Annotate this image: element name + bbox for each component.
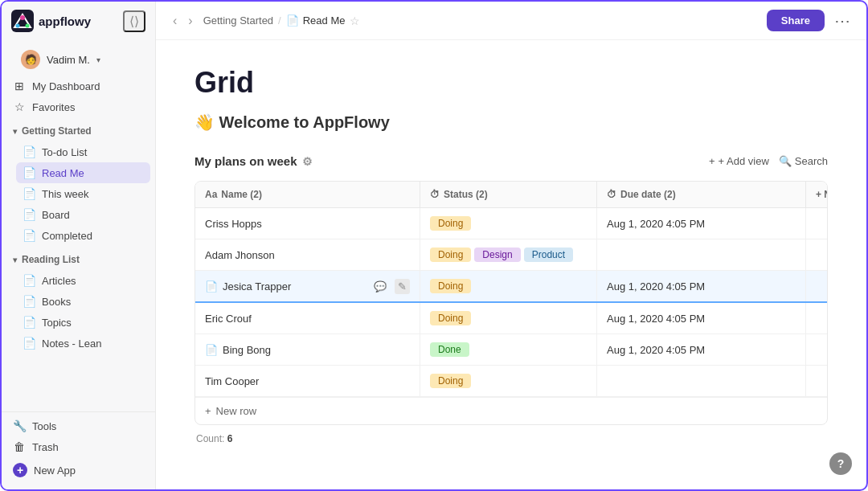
sidebar-item-label: Notes - Lean <box>42 338 144 350</box>
sidebar-item-board[interactable]: 📄 Board <box>16 204 150 225</box>
tools-icon: 🔧 <box>13 419 26 432</box>
cell-extra <box>806 271 828 301</box>
cell-extra <box>806 334 828 365</box>
table-row[interactable]: Tim Cooper Doing <box>195 366 827 397</box>
topbar: ‹ › Getting Started / 📄 Read Me ☆ Share … <box>156 2 866 40</box>
sidebar-item-favorites[interactable]: ☆ Favorites <box>6 96 150 117</box>
table-header: Aa Name (2) ⋮ ⏱ Status (2) ⋮ ⏱ Due date … <box>195 182 827 208</box>
section-reading-list[interactable]: ▾ Reading List + <box>6 246 150 270</box>
page-title: Grid <box>194 66 828 100</box>
comment-button[interactable]: 💬 <box>371 216 390 231</box>
forward-button[interactable]: › <box>184 11 196 31</box>
count-label: Count: <box>196 433 224 444</box>
user-dropdown-icon: ▾ <box>96 55 100 64</box>
back-button[interactable]: ‹ <box>169 11 181 31</box>
grid-header: My plans on week ⚙ + + Add view 🔍 Search <box>194 154 828 168</box>
breadcrumb-separator: / <box>278 14 281 27</box>
collapse-sidebar-button[interactable]: ⟨⟩ <box>123 10 145 32</box>
breadcrumb-parent[interactable]: Getting Started <box>203 14 273 27</box>
dashboard-icon: ⊞ <box>13 80 26 92</box>
sidebar-item-readme[interactable]: 📄 Read Me <box>16 162 150 183</box>
comment-button[interactable]: 💬 <box>371 279 390 294</box>
section-getting-started[interactable]: ▾ Getting Started + <box>6 117 150 141</box>
add-view-button[interactable]: + + Add view <box>709 155 769 167</box>
new-app-label: New App <box>34 464 76 477</box>
grid-title: My plans on week ⚙ <box>194 154 313 168</box>
chevron-down-icon: ▾ <box>13 127 17 136</box>
doc-icon: 📄 <box>205 344 218 356</box>
new-column-label: + New Column <box>816 189 828 200</box>
cell-extra <box>806 208 828 239</box>
help-button[interactable]: ? <box>829 452 852 475</box>
row-name: Adam Jhonson <box>205 249 275 261</box>
table-row[interactable]: Adam Jhonson Doing Design Product <box>195 239 827 271</box>
new-row-label: New row <box>216 405 257 417</box>
plus-icon: + <box>709 155 715 167</box>
plus-icon: + <box>205 405 211 417</box>
edit-button[interactable]: ✎ <box>395 279 410 294</box>
doc-icon: 📄 <box>23 208 35 221</box>
doc-icon: 📄 <box>23 295 35 308</box>
logo-area: appflowy <box>11 10 91 32</box>
sidebar-item-label: Books <box>42 296 144 308</box>
section-title: Reading List <box>22 254 132 265</box>
grid-settings-icon[interactable]: ⚙ <box>302 155 313 168</box>
cell-status: Doing <box>420 271 597 301</box>
doc-icon: 📄 <box>23 166 35 179</box>
sidebar-item-label: Board <box>42 209 144 221</box>
sidebar-item-tools[interactable]: 🔧 Tools <box>6 415 150 436</box>
sidebar-item-articles[interactable]: 📄 Articles <box>16 270 150 291</box>
new-app-button[interactable]: + New App <box>6 457 150 483</box>
sidebar-item-trash[interactable]: 🗑 Trash <box>6 436 150 457</box>
status-badge: Doing <box>430 311 471 325</box>
column-header-status: ⏱ Status (2) ⋮ <box>420 182 597 207</box>
trash-icon: 🗑 <box>13 440 26 453</box>
grid-title-label: My plans on week <box>194 154 297 168</box>
column-label: Name (2) <box>221 189 262 200</box>
welcome-banner: 👋 Welcome to AppFlowy <box>194 113 828 132</box>
cell-name: 📄 Bing Bong <box>195 334 420 365</box>
main-area: ‹ › Getting Started / 📄 Read Me ☆ Share … <box>156 2 866 489</box>
status-badge: Product <box>524 248 573 262</box>
status-badge: Doing <box>430 279 471 293</box>
doc-icon: 📄 <box>205 280 218 293</box>
share-button[interactable]: Share <box>767 10 825 31</box>
due-date-value: Aug 1, 2020 4:05 PM <box>607 344 705 356</box>
table-row[interactable]: Criss Hopps 💬 ✎ Doing Aug 1, 2020 4:05 P… <box>195 208 827 239</box>
user-name: Vadim M. <box>47 54 90 66</box>
doc-icon: 📄 <box>23 145 35 158</box>
cell-status: Done <box>420 334 597 365</box>
sidebar-item-topics[interactable]: 📄 Topics <box>16 312 150 333</box>
column-header-duedate: ⏱ Due date (2) ⋮ <box>597 182 806 207</box>
sidebar-item-label: Tools <box>32 420 144 432</box>
sidebar-item-dashboard[interactable]: ⊞ My Dashboard <box>6 76 150 96</box>
favorite-button[interactable]: ☆ <box>350 14 360 27</box>
user-section[interactable]: 🧑 Vadim M. ▾ <box>11 45 145 74</box>
status-badge: Design <box>474 248 520 262</box>
cell-name: Tim Cooper <box>195 366 420 396</box>
edit-button[interactable]: ✎ <box>395 216 410 231</box>
column-header-new[interactable]: + New Column <box>806 182 828 207</box>
table-row[interactable]: 📄 Bing Bong Done Aug 1, 2020 4:05 PM <box>195 334 827 366</box>
cell-duedate <box>597 366 806 396</box>
cell-name: Adam Jhonson <box>195 239 420 270</box>
doc-icon: 📄 <box>23 316 35 329</box>
appflowy-logo-icon <box>11 10 34 32</box>
search-button[interactable]: 🔍 Search <box>779 155 828 167</box>
doc-icon: 📄 <box>23 229 35 242</box>
sidebar-item-notes-lean[interactable]: 📄 Notes - Lean <box>16 333 150 354</box>
more-options-button[interactable]: ⋯ <box>831 8 854 34</box>
cell-duedate: Aug 1, 2020 4:05 PM <box>597 208 806 239</box>
table-row[interactable]: 📄 Jesica Trapper 💬 ✎ Doing Aug 1, 2020 4… <box>195 271 827 303</box>
new-row-button[interactable]: + New row <box>195 397 827 424</box>
section-title: Getting Started <box>22 125 132 137</box>
doc-icon: 📄 <box>23 274 35 287</box>
sidebar-item-completed[interactable]: 📄 Completed <box>16 225 150 246</box>
sidebar-item-todo[interactable]: 📄 To-do List <box>16 141 150 162</box>
sidebar: appflowy ⟨⟩ 🧑 Vadim M. ▾ ⊞ My Dashboard … <box>2 2 156 491</box>
svg-point-2 <box>20 15 25 20</box>
clock-icon: ⏱ <box>607 189 616 200</box>
sidebar-item-thisweek[interactable]: 📄 This week <box>16 183 150 204</box>
sidebar-item-books[interactable]: 📄 Books <box>16 291 150 312</box>
table-row[interactable]: Eric Crouf Doing Aug 1, 2020 4:05 PM <box>195 303 827 334</box>
